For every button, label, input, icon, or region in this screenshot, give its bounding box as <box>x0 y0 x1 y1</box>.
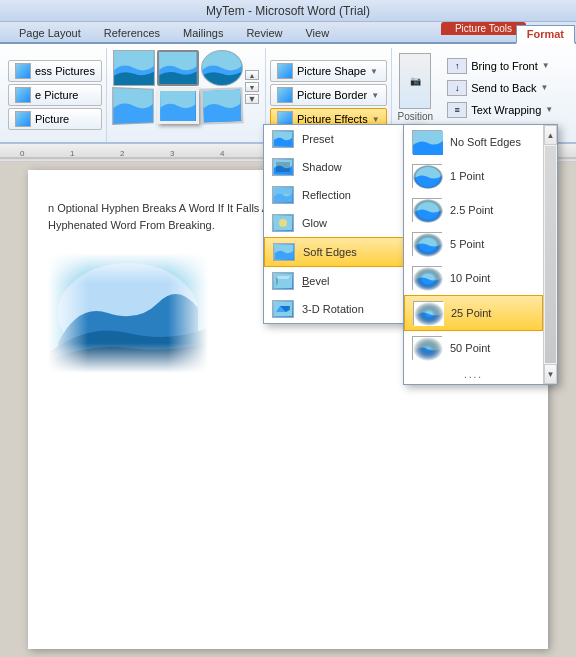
style-thumb-4[interactable] <box>112 87 154 125</box>
style-thumb-6[interactable] <box>200 87 243 124</box>
bring-front-icon: ↑ <box>447 58 467 74</box>
picture-styles-content: ▲ ▼ ▼ <box>113 50 259 124</box>
submenu-item-5pt[interactable]: 5 Point <box>404 227 543 261</box>
soft-edges-icon <box>273 243 295 261</box>
svg-rect-27 <box>48 343 208 373</box>
submenu-item-25pt[interactable]: 25 Point <box>404 295 543 331</box>
more-dots: .... <box>404 365 543 384</box>
title-bar: MyTem - Microsoft Word (Trial) <box>0 0 576 22</box>
menu-item-soft-edges[interactable]: Soft Edges ▶ <box>264 237 422 267</box>
3d-rotation-icon <box>272 300 294 318</box>
svg-rect-47 <box>414 302 444 326</box>
scroll-up[interactable]: ▲ <box>245 70 259 80</box>
submenu-item-no-soft-edges[interactable]: No Soft Edges <box>404 125 543 159</box>
soft-edges-submenu: No Soft Edges 1 Point <box>403 124 558 385</box>
scroll-thumb[interactable] <box>545 146 556 363</box>
reflection-icon <box>272 186 294 204</box>
submenu-scroll-down[interactable]: ▼ <box>544 364 557 384</box>
style-thumb-2[interactable] <box>157 50 199 86</box>
ribbon-tabs-bar: Page Layout References Mailings Review V… <box>0 22 576 44</box>
adjust-group: ess Pictures e Picture Picture <box>4 48 107 142</box>
picture-effects-dropdown: Preset ▶ Shadow ▶ Reflection ▶ Glow ▶ So… <box>263 124 423 324</box>
picture-shape-arrow: ▼ <box>370 67 378 76</box>
style-scroll: ▲ ▼ ▼ <box>245 70 259 104</box>
tab-review[interactable]: Review <box>235 23 293 42</box>
style-thumb-5[interactable] <box>157 88 199 124</box>
compress-pictures-button[interactable]: ess Pictures <box>8 60 102 82</box>
svg-text:2: 2 <box>120 149 125 158</box>
change-picture-button[interactable]: e Picture <box>8 84 102 106</box>
send-back-icon: ↓ <box>447 80 467 96</box>
bring-to-front-button[interactable]: ↑ Bring to Front ▼ <box>441 56 559 76</box>
send-to-back-button[interactable]: ↓ Send to Back ▼ <box>441 78 559 98</box>
picture-border-arrow: ▼ <box>371 91 379 100</box>
menu-item-preset[interactable]: Preset ▶ <box>264 125 422 153</box>
picture-styles-group: ▲ ▼ ▼ <box>107 48 266 142</box>
menu-item-glow[interactable]: Glow ▶ <box>264 209 422 237</box>
submenu-items-list: No Soft Edges 1 Point <box>404 125 543 384</box>
bevel-icon <box>272 272 294 290</box>
text-wrapping-button[interactable]: ≡ Text Wrapping ▼ <box>441 100 559 120</box>
submenu-item-2pt5[interactable]: 2.5 Point <box>404 193 543 227</box>
svg-rect-39 <box>413 165 443 189</box>
soft-2pt5-icon <box>412 198 442 222</box>
no-soft-icon <box>412 130 442 154</box>
svg-rect-45 <box>413 267 443 291</box>
glow-icon <box>272 214 294 232</box>
soft-5pt-icon <box>412 232 442 256</box>
svg-rect-49 <box>413 337 443 361</box>
soft-1pt-icon <box>412 164 442 188</box>
title-text: MyTem - Microsoft Word (Trial) <box>206 4 370 18</box>
tab-mailings[interactable]: Mailings <box>172 23 234 42</box>
svg-rect-26 <box>48 253 208 283</box>
arrange-content: 📷 Position ↑ Bring to Front ▼ ↓ Send to … <box>398 50 560 125</box>
soft-10pt-icon <box>412 266 442 290</box>
svg-text:3: 3 <box>170 149 175 158</box>
picture-effects-arrow: ▼ <box>372 115 380 124</box>
position-group: 📷 Position <box>398 53 434 122</box>
position-label: Position <box>398 111 434 122</box>
reset-picture-button[interactable]: Picture <box>8 108 102 130</box>
tab-view[interactable]: View <box>294 23 340 42</box>
svg-text:0: 0 <box>20 149 25 158</box>
style-thumb-1[interactable] <box>113 50 155 86</box>
picture-tools-label: Picture Tools <box>441 22 526 35</box>
tab-references[interactable]: References <box>93 23 171 42</box>
arrange-buttons: ↑ Bring to Front ▼ ↓ Send to Back ▼ ≡ Te… <box>441 56 559 120</box>
submenu-scrollbar[interactable]: ▲ ▼ <box>543 125 557 384</box>
svg-text:1: 1 <box>70 149 75 158</box>
scroll-down[interactable]: ▼ <box>245 82 259 92</box>
submenu-item-50pt[interactable]: 50 Point <box>404 331 543 365</box>
tab-page-layout[interactable]: Page Layout <box>8 23 92 42</box>
svg-point-33 <box>279 219 287 227</box>
submenu-item-10pt[interactable]: 10 Point <box>404 261 543 295</box>
submenu-item-1pt[interactable]: 1 Point <box>404 159 543 193</box>
picture-border-button[interactable]: Picture Border ▼ <box>270 84 387 106</box>
svg-rect-30 <box>276 162 290 172</box>
preset-icon <box>272 130 294 148</box>
menu-item-3d-rotation[interactable]: 3-D Rotation ▶ <box>264 295 422 323</box>
picture-styles-label <box>113 136 259 140</box>
svg-text:4: 4 <box>220 149 225 158</box>
tab-format[interactable]: Format <box>516 25 575 44</box>
svg-rect-41 <box>413 199 443 223</box>
position-button[interactable]: 📷 <box>399 53 431 109</box>
menu-item-reflection[interactable]: Reflection ▶ <box>264 181 422 209</box>
picture-shape-button[interactable]: Picture Shape ▼ <box>270 60 387 82</box>
scroll-more[interactable]: ▼ <box>245 94 259 104</box>
doc-image[interactable] <box>48 253 208 373</box>
style-thumb-3[interactable] <box>201 50 243 86</box>
menu-item-shadow[interactable]: Shadow ▶ <box>264 153 422 181</box>
menu-item-bevel[interactable]: Bevel ▶ <box>264 267 422 295</box>
style-thumbnails <box>113 50 243 124</box>
submenu-scroll-up[interactable]: ▲ <box>544 125 557 145</box>
doc-image-svg <box>48 253 208 373</box>
soft-50pt-icon <box>412 336 442 360</box>
svg-rect-43 <box>413 233 443 257</box>
soft-25pt-icon <box>413 301 443 325</box>
text-wrap-icon: ≡ <box>447 102 467 118</box>
shadow-icon <box>272 158 294 176</box>
